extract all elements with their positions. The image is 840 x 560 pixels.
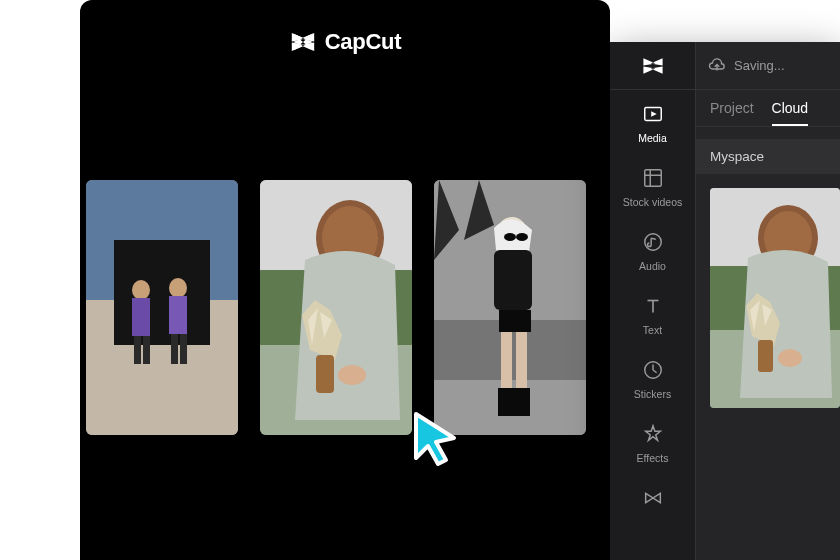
tab-cloud[interactable]: Cloud	[772, 100, 809, 126]
svg-point-7	[169, 278, 187, 298]
editor-logo	[610, 42, 695, 90]
svg-rect-6	[143, 336, 150, 364]
svg-rect-2	[114, 240, 210, 345]
sidebar-item-media[interactable]: Media	[610, 90, 695, 154]
svg-rect-44	[758, 340, 773, 372]
editor-topbar: Saving...	[696, 42, 840, 90]
svg-point-33	[644, 234, 661, 251]
svg-rect-25	[498, 388, 514, 416]
sidebar-label: Stock videos	[623, 196, 683, 208]
svg-line-38	[653, 370, 657, 373]
svg-rect-30	[644, 170, 661, 187]
text-icon	[641, 294, 665, 318]
media-icon	[641, 102, 665, 126]
svg-rect-26	[514, 388, 530, 416]
svg-point-17	[338, 365, 366, 385]
app-name: CapCut	[325, 29, 401, 55]
svg-rect-22	[499, 310, 531, 332]
editor-panel: Media Stock videos Audio	[610, 42, 840, 560]
space-selector[interactable]: Myspace	[696, 139, 840, 174]
sidebar-item-stickers[interactable]: Stickers	[610, 346, 695, 410]
svg-rect-10	[180, 334, 187, 364]
stickers-icon	[641, 358, 665, 382]
svg-rect-4	[132, 298, 150, 336]
sidebar-label: Media	[638, 132, 667, 144]
svg-point-27	[504, 233, 516, 241]
space-name: Myspace	[710, 149, 764, 164]
stock-videos-icon	[641, 166, 665, 190]
svg-rect-16	[316, 355, 334, 393]
source-tabs: Project Cloud	[696, 90, 840, 127]
editor-content: Saving... Project Cloud Myspace	[696, 42, 840, 560]
sidebar-item-audio[interactable]: Audio	[610, 218, 695, 282]
tab-project[interactable]: Project	[710, 100, 754, 126]
sidebar-item-stock[interactable]: Stock videos	[610, 154, 695, 218]
side-toolbar: Media Stock videos Audio	[610, 42, 696, 560]
sidebar-label: Audio	[639, 260, 666, 272]
audio-icon	[641, 230, 665, 254]
thumbnail-item[interactable]	[434, 180, 586, 435]
capcut-logo-icon	[289, 28, 317, 56]
sidebar-label: Stickers	[634, 388, 671, 400]
svg-rect-5	[134, 336, 141, 364]
effects-icon	[641, 422, 665, 446]
svg-point-28	[516, 233, 528, 241]
thumbnail-item[interactable]	[86, 180, 238, 435]
svg-point-3	[132, 280, 150, 300]
gallery-panel: CapCut	[80, 0, 610, 560]
sidebar-item-effects[interactable]: Effects	[610, 410, 695, 474]
saving-status: Saving...	[734, 58, 785, 73]
sidebar-item-transition[interactable]	[610, 474, 695, 520]
media-thumbnails	[80, 180, 610, 435]
cloud-sync-icon	[708, 57, 726, 75]
sidebar-label: Effects	[637, 452, 669, 464]
svg-rect-23	[501, 332, 512, 392]
svg-point-45	[778, 349, 802, 367]
sidebar-item-text[interactable]: Text	[610, 282, 695, 346]
svg-rect-8	[169, 296, 187, 334]
svg-rect-24	[516, 332, 527, 392]
svg-rect-21	[494, 250, 532, 310]
app-logo: CapCut	[80, 28, 610, 56]
svg-rect-9	[171, 334, 178, 364]
thumbnail-item[interactable]	[260, 180, 412, 435]
transition-icon	[641, 486, 665, 510]
sidebar-label: Text	[643, 324, 662, 336]
cloud-media-item[interactable]	[710, 188, 840, 408]
